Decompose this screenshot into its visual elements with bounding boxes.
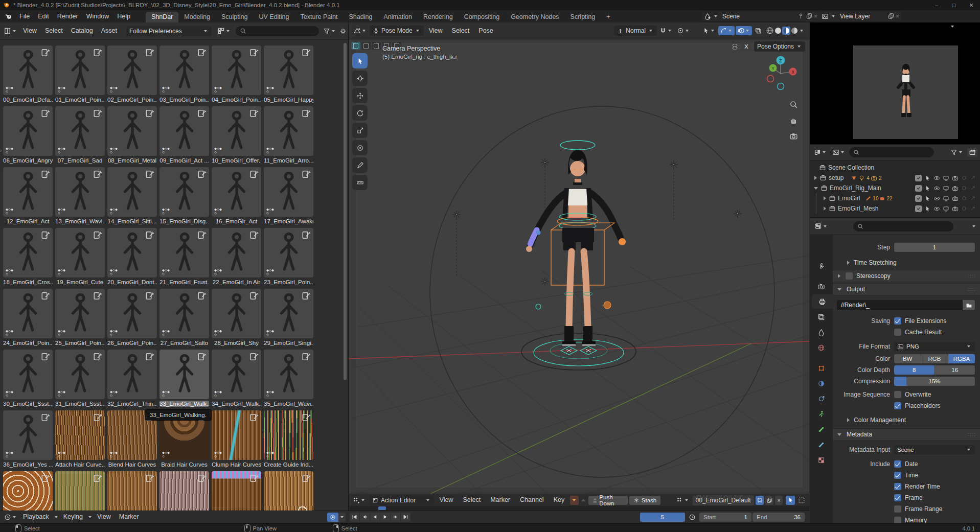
asset-item[interactable]: ◆◇◆◇ 31_EmoGirl_Ssst... [55,350,105,407]
asset-thumbnail[interactable]: ◆◇◆◇ [3,289,53,338]
tool-measure[interactable] [352,175,368,190]
maximize-button[interactable]: □ [945,0,963,10]
playhead[interactable] [378,506,386,510]
tool-select-box[interactable] [352,53,368,68]
asset-thumbnail[interactable]: ◆◇◆◇ [212,45,261,95]
asset-item[interactable]: ◆◇◆◇ [107,471,157,511]
asset-thumbnail[interactable]: ◆◇◆◇ [212,228,261,277]
render-disable-icon[interactable] [952,185,959,192]
selectable-icon[interactable] [924,195,931,202]
browse-action-icon[interactable] [675,496,691,505]
action-specials-down-icon[interactable] [570,496,578,505]
tab-texture-paint[interactable]: Texture Paint [295,12,344,22]
close-button[interactable]: ✕ [963,0,980,10]
tab-object[interactable] [810,361,833,375]
action-specials-up-icon[interactable] [580,496,587,505]
start-frame-field[interactable]: Start 1 [699,513,751,522]
outliner-row-emogirl-mesh[interactable]: EmoGirl_Mesh [812,203,978,214]
editor-type-properties-icon[interactable] [813,221,830,231]
gizmos-toggle-icon[interactable] [718,26,735,35]
stereoscopy-checkbox[interactable] [846,272,853,280]
asset-thumbnail[interactable]: ◆◇◆◇ [159,350,209,399]
viewport-disable-icon[interactable] [943,185,949,192]
placeholders-checkbox[interactable] [894,402,901,409]
tab-output[interactable] [812,294,833,309]
navigation-gizmo[interactable]: Z Y X [761,54,800,93]
date-checkbox[interactable] [894,460,901,468]
only-show-selected-icon[interactable] [786,496,795,505]
timeline-menu-view[interactable]: View [93,511,115,523]
pan-hand-icon[interactable] [789,116,798,125]
tab-sculpting[interactable]: Sculpting [216,12,253,22]
dope-menu-select[interactable]: Select [459,494,485,506]
indirect-only-icon[interactable] [970,195,976,201]
editor-type-outliner-icon[interactable] [812,148,829,157]
snap-magnet-icon[interactable] [658,26,674,35]
asset-item[interactable]: ◆◇◆◇ 34_EmoGirl_Walk... [212,350,261,407]
indirect-only-icon[interactable] [970,175,976,181]
outliner-row-emogirl[interactable]: EmoGirl 10 22 [812,193,978,203]
asset-thumbnail[interactable]: ◆◇◆◇ [264,106,313,156]
asset-thumbnail[interactable]: ◆◇◆◇ [107,167,157,217]
asset-thumbnail[interactable]: ◆◇◆◇ [264,289,313,338]
asset-item[interactable]: ◆◇◆◇ 01_EmoGirl_Poin... [55,45,105,103]
asset-item[interactable]: ◆◇◆◇ Clump Hair Curves [212,410,261,468]
asset-item[interactable]: ◆◇◆◇ 10_EmoGirl_Offer... [212,106,261,164]
unlink-action-icon[interactable]: × [775,496,783,505]
end-frame-field[interactable]: End 36 [753,513,805,522]
tool-cursor[interactable] [352,71,368,86]
outliner-filter-icon[interactable] [949,148,965,157]
prev-keyframe-button[interactable] [360,513,370,522]
current-frame-field[interactable]: 5 [640,513,685,522]
dope-menu-key[interactable]: Key [550,494,569,506]
asset-thumbnail[interactable]: ◆◇◆◇ [212,410,261,460]
asset-thumbnail[interactable]: ◆◇◆◇ [55,167,105,217]
menu-help[interactable]: Help [113,11,134,22]
asset-item[interactable]: ◆◇◆◇ 22_EmoGirl_In Air [212,228,261,285]
panel-expand-arrow[interactable]: › [0,148,2,153]
new-scene-icon[interactable] [806,13,812,19]
tab-texture[interactable] [810,453,833,467]
asset-item[interactable]: ◆◇◆◇ [159,471,209,511]
push-down-button[interactable]: Push Down [588,496,628,505]
outliner-display-mode-icon[interactable] [831,148,847,157]
xray-toggle-icon[interactable] [753,26,763,35]
asset-thumbnail[interactable]: ◆◇◆◇ [264,228,313,277]
action-name-field[interactable]: 00_EmoGirl_Default [693,495,754,505]
asset-thumbnail[interactable]: ◆◇◆◇ [264,471,313,511]
frame-checkbox[interactable] [894,494,901,501]
pin-icon[interactable] [797,13,804,19]
asset-thumbnail[interactable]: ◆◇◆◇ [3,106,53,156]
cache-result-checkbox[interactable] [894,329,901,336]
asset-item[interactable]: ◆◇◆◇ 07_EmoGirl_Sad [55,106,105,164]
hide-eye-icon[interactable] [933,195,940,202]
asset-thumbnail[interactable]: ◆◇◆◇ [3,228,53,277]
asset-thumbnail[interactable]: ◆◇◆◇ [212,350,261,399]
asset-thumbnail[interactable]: ◆◇◆◇ [3,167,53,217]
asset-item[interactable]: ◆◇◆◇ 13_EmoGirl_Wavi... [55,167,105,224]
jump-to-end-button[interactable] [401,513,411,522]
checkbox-icon[interactable] [915,175,922,181]
asset-item[interactable]: ◆◇◆◇ [3,471,53,511]
indirect-only-icon[interactable] [970,185,976,191]
proportional-editing-icon[interactable] [675,26,692,35]
remove-view-layer-icon[interactable]: × [896,13,899,20]
asset-item[interactable]: ◆◇◆◇ 11_EmoGirl_Arro... [264,106,313,164]
asset-thumbnail[interactable]: ◆◇◆◇ [159,167,209,217]
asset-item[interactable]: ◆◇◆◇ 19_EmoGirl_Cute [55,228,105,285]
asset-item[interactable]: ◆◇◆◇ 26_EmoGirl_Poin... [107,289,157,346]
tab-scripting[interactable]: Scripting [565,12,601,22]
metadata-input-dropdown[interactable]: Scene [894,445,975,454]
holdout-icon[interactable] [961,195,967,201]
asset-thumbnail[interactable]: ◆◇◆◇ [55,410,105,460]
asset-thumbnail[interactable]: ◆◇◆◇ [264,167,313,217]
holdout-icon[interactable] [961,205,967,212]
play-reverse-button[interactable] [370,513,380,522]
viewport-menu-view[interactable]: View [425,25,447,37]
asset-thumbnail[interactable]: ◆◇◆◇ [55,289,105,338]
scene-selector[interactable]: Scene × [702,11,819,21]
compression-slider[interactable]: 15% [894,377,975,386]
expand-arrow-icon[interactable] [824,206,826,211]
asset-item[interactable]: ◆◇◆◇ 17_EmoGirl_Awake [264,167,313,224]
tab-animation[interactable]: Animation [378,12,418,22]
